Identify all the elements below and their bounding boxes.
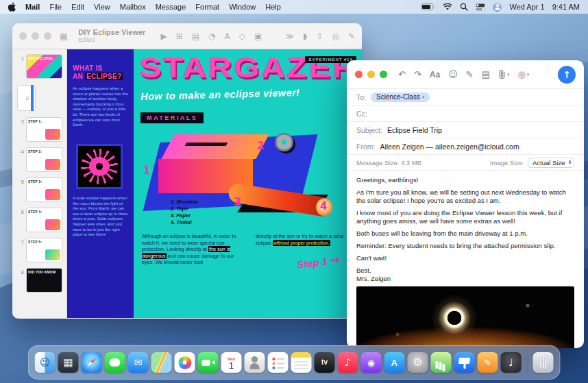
signature-line: Mrs. Zeigen: [356, 275, 574, 283]
from-value[interactable]: Aileen Zeigen — aileen.zeigen@icloud.com: [380, 143, 519, 151]
page-thumbnail-8[interactable]: 8 DID YOU KNOW: [17, 269, 62, 292]
viewer-slit: [185, 143, 228, 146]
insert-icon[interactable]: ⊞: [176, 32, 183, 41]
dock-calendar-icon[interactable]: Wed 1: [221, 352, 242, 373]
menu-format[interactable]: Format: [195, 3, 219, 11]
dock-numbers-icon[interactable]: [431, 352, 452, 373]
safety-paragraph-left: Although an eclipse is beautiful, in ord…: [142, 233, 246, 266]
dock-podcasts-icon[interactable]: ◉: [361, 352, 382, 373]
format-icon[interactable]: ✎: [348, 32, 355, 41]
message-body[interactable]: Greetings, earthlings! As I'm sure you a…: [347, 171, 584, 348]
format-fonts-icon[interactable]: Aa: [430, 70, 440, 79]
mail-toolbar: ↶ ↷ Aa ☺ ✎ ▤ ▾ ◎ ▾ ↑: [347, 60, 584, 89]
dock-messages-icon[interactable]: [105, 352, 125, 373]
search-icon[interactable]: [460, 3, 468, 11]
cc-field[interactable]: Cc:: [347, 106, 584, 122]
collaborate-icon[interactable]: ◎: [332, 32, 339, 41]
more-icon[interactable]: ≫: [286, 32, 295, 41]
menu-time[interactable]: 9:41 AM: [552, 3, 580, 11]
control-center-icon[interactable]: [476, 3, 485, 11]
dock-reminders-icon[interactable]: [268, 352, 289, 373]
page-thumbnail-1[interactable]: 1 OUR ECLIPSE: [17, 55, 62, 78]
page-thumbnail-4[interactable]: 4 STEP 2:: [17, 148, 62, 171]
minimize-button[interactable]: [367, 71, 375, 78]
image-size-select[interactable]: Actual Size ▲ ▼: [528, 158, 574, 168]
menu-file[interactable]: File: [49, 3, 62, 11]
dock-tv-icon[interactable]: tv: [315, 352, 335, 373]
subject-value[interactable]: Eclipse Field Trip: [387, 126, 442, 134]
page-thumbnail-2[interactable]: 2 STARGAZER: [17, 85, 36, 111]
recipient-token[interactable]: Science-Class ▾: [371, 92, 430, 102]
share-icon[interactable]: ⇧: [316, 32, 323, 41]
to-field[interactable]: To: Science-Class ▾: [347, 89, 584, 106]
dock-garageband-icon[interactable]: ♩: [501, 352, 522, 373]
photo-browser-icon[interactable]: ▤: [482, 69, 490, 79]
eclipse-photo-attachment[interactable]: [356, 286, 574, 348]
menu-window[interactable]: Window: [229, 3, 256, 11]
dock-photos-icon[interactable]: [175, 352, 195, 373]
poster-left-column: WHAT IS ANECLIPSE? An eclipse happens wh…: [67, 49, 134, 318]
apple-icon[interactable]: [8, 2, 16, 12]
table-icon[interactable]: ▤: [192, 32, 199, 41]
cc-label: Cc:: [356, 110, 367, 118]
dock-music-icon[interactable]: ♪: [338, 352, 358, 373]
document-canvas[interactable]: WHAT IS ANECLIPSE? An eclipse happens wh…: [67, 49, 362, 318]
apps-chevron-icon: ▾: [527, 72, 530, 77]
zoom-button[interactable]: [44, 32, 51, 40]
body-paragraph: Greetings, earthlings!: [356, 176, 574, 184]
dock-facetime-icon[interactable]: [198, 352, 219, 373]
close-button[interactable]: [355, 71, 363, 78]
view-icon[interactable]: ▦: [60, 32, 67, 41]
insert-apps-icon[interactable]: ◎ ▾: [517, 69, 529, 79]
zoom-button[interactable]: [380, 71, 387, 78]
dock-maps-icon[interactable]: [151, 352, 172, 373]
dock-pages-icon[interactable]: ✎: [478, 352, 498, 373]
wifi-icon[interactable]: [443, 3, 452, 11]
menu-edit[interactable]: Edit: [71, 3, 84, 11]
attach-icon[interactable]: ▾: [498, 70, 510, 79]
subject-field[interactable]: Subject: Eclipse Field Trip: [347, 122, 584, 138]
undo-icon[interactable]: ↶: [398, 69, 406, 79]
dock-notes-icon[interactable]: [291, 352, 312, 373]
menu-view[interactable]: View: [94, 3, 110, 11]
markup-icon[interactable]: ✎: [466, 69, 474, 79]
emoji-icon[interactable]: ☺: [448, 69, 458, 79]
dock-keynote-icon[interactable]: [454, 352, 475, 373]
dock-mail-icon[interactable]: ✉: [128, 352, 149, 373]
battery-icon[interactable]: [421, 3, 435, 10]
page-thumbnail-5[interactable]: 5 STEP 3:: [17, 178, 62, 201]
page-thumbnail-3[interactable]: 3 STEP 1:: [17, 118, 62, 141]
user-icon[interactable]: [493, 3, 502, 12]
body-paragraph: As I'm sure you all know, we will be set…: [356, 188, 574, 205]
page-thumbnail-7[interactable]: 7 STEP 5:: [17, 238, 62, 262]
play-icon[interactable]: ▶: [160, 32, 167, 41]
dock-app-store-icon[interactable]: A: [384, 352, 405, 373]
dock-trash-icon[interactable]: [533, 352, 554, 373]
facetime-camera-icon: [202, 360, 210, 366]
mail-toolbar-icons: ↶ ↷ Aa ☺ ✎ ▤ ▾ ◎ ▾: [398, 69, 529, 79]
page-thumbnail-sidebar: 1 OUR ECLIPSE 2 STARGAZER 3 STEP 1: 4 ST…: [12, 49, 67, 318]
menu-date[interactable]: Wed Apr 1: [509, 3, 544, 11]
comment-icon[interactable]: ◗: [303, 32, 307, 41]
token-chevron-icon: ▾: [422, 95, 424, 100]
media-icon[interactable]: ▣: [254, 32, 262, 41]
menu-mailbox[interactable]: Mailbox: [120, 3, 146, 11]
redo-icon[interactable]: ↷: [414, 69, 421, 79]
shape-icon[interactable]: ◇: [239, 32, 245, 41]
dock-finder-icon[interactable]: ☺: [35, 352, 56, 373]
page-thumbnail-6[interactable]: 6 STEP 4:: [17, 208, 62, 232]
dock-safari-icon[interactable]: [82, 352, 102, 373]
step-arrow-icon: →: [330, 252, 341, 267]
textbox-icon[interactable]: A: [225, 32, 230, 41]
chart-icon[interactable]: ◔: [208, 32, 215, 41]
send-button[interactable]: ↑: [558, 66, 576, 84]
menu-app-name[interactable]: Mail: [25, 3, 40, 11]
menu-help[interactable]: Help: [265, 3, 281, 11]
close-button[interactable]: [19, 32, 27, 40]
from-field[interactable]: From: Aileen Zeigen — aileen.zeigen@iclo…: [347, 138, 584, 155]
dock-launchpad-icon[interactable]: ▦: [58, 352, 79, 373]
menu-message[interactable]: Message: [156, 3, 186, 11]
dock-contacts-icon[interactable]: [245, 352, 265, 373]
dock-settings-icon[interactable]: ⚙: [408, 352, 428, 373]
minimize-button[interactable]: [32, 32, 39, 40]
